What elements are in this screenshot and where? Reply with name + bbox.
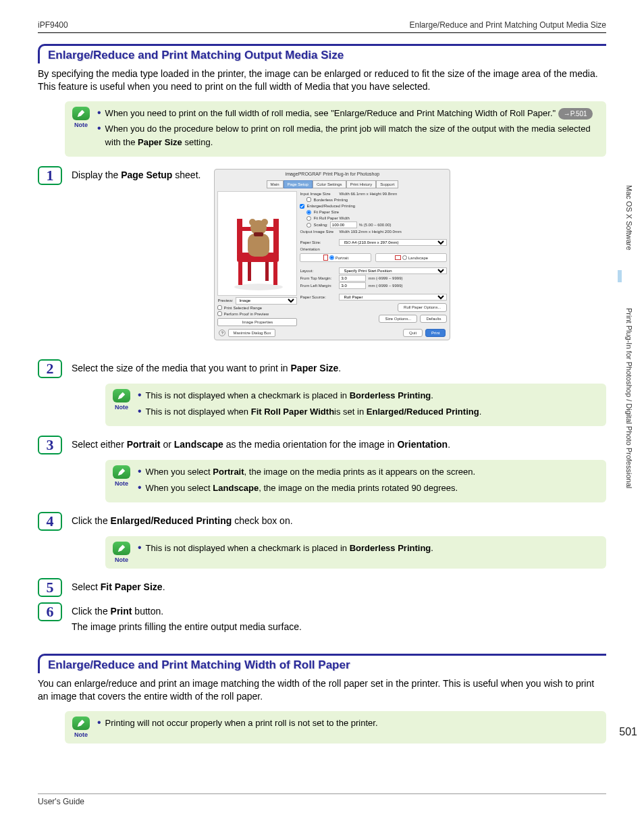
- step-3-text: Select either Portrait or Landscape as t…: [72, 438, 606, 451]
- step-2-text: Select the size of the media that you wa…: [72, 362, 606, 375]
- perform-proof-label: Perform Proof in Preview: [223, 311, 269, 317]
- note5-bullet-1: Printing will not occur properly when a …: [105, 716, 599, 730]
- page-reference-link[interactable]: →P.501: [558, 108, 593, 120]
- fit-roll-width-radio[interactable]: [306, 216, 311, 221]
- step-number-2: 2: [38, 359, 62, 378]
- paper-source-select[interactable]: Roll Paper: [339, 294, 447, 301]
- paper-size-label: Paper Size:: [300, 240, 337, 245]
- note-block-1: Note • When you need to print on the ful…: [65, 101, 606, 157]
- print-selected-range-checkbox[interactable]: [217, 305, 222, 310]
- landscape-icon: [395, 255, 401, 260]
- perform-proof-checkbox[interactable]: [217, 311, 222, 316]
- note-label: Note: [72, 122, 90, 128]
- note2-bullet-2: This is not displayed when Fit Roll Pape…: [146, 405, 599, 419]
- header-model: iPF9400: [38, 20, 68, 30]
- portrait-icon: [323, 255, 328, 261]
- note-block-3: Note •When you select Portrait, the imag…: [105, 460, 606, 502]
- scaling-radio[interactable]: [306, 223, 311, 228]
- step-6-text: Click the Print button.: [72, 605, 606, 618]
- orientation-label: Orientation: [300, 246, 337, 252]
- print-selected-range-label: Print Selected Range: [223, 305, 262, 311]
- note-block-2: Note •This is not displayed when a check…: [105, 384, 606, 426]
- note3-bullet-1: When you select Portrait, the image on t…: [146, 465, 599, 479]
- maximize-dialog-button[interactable]: Maximize Dialog Box: [228, 329, 275, 337]
- paper-source-label: Paper Source:: [300, 294, 337, 300]
- page-setup-dialog: imagePROGRAF Print Plug-In for Photoshop…: [214, 169, 450, 340]
- portrait-button[interactable]: Portrait: [300, 253, 371, 262]
- note-block-4: Note •This is not displayed when a check…: [105, 536, 606, 569]
- top-margin-input[interactable]: [339, 275, 366, 282]
- defaults-button[interactable]: Defaults: [420, 315, 447, 323]
- section-2-title-bar: Enlarge/Reduce and Print Matching Width …: [38, 654, 606, 673]
- note4-bullet-1: This is not displayed when a checkmark i…: [146, 542, 599, 555]
- top-margin-label: From Top Margin:: [300, 276, 337, 281]
- paper-size-select[interactable]: ISO A4 (210.0mm x 297.0mm): [339, 239, 447, 246]
- top-margin-range: mm (-9999 – 9999): [368, 276, 402, 281]
- help-icon[interactable]: ?: [219, 330, 225, 336]
- step-1-text: Display the Page Setup sheet.: [72, 169, 200, 182]
- note-label: Note: [112, 480, 131, 487]
- output-image-size-value: Width 193.2mm x Height 200.0mm: [339, 229, 401, 234]
- note-block-5: Note •Printing will not occur properly w…: [65, 711, 606, 744]
- fit-paper-size-label: Fit Paper Size: [313, 209, 339, 215]
- step-4-text: Click the Enlarged/Reduced Printing chec…: [72, 515, 606, 527]
- tab-support[interactable]: Support: [376, 180, 398, 188]
- left-margin-range: mm (-9999 – 9999): [368, 283, 402, 288]
- output-image-size-label: Output Image Size: [300, 229, 337, 234]
- quit-button[interactable]: Quit: [403, 329, 423, 337]
- pencil-icon: [72, 107, 90, 120]
- input-image-size-value: Width 66.1mm x Height 99.8mm: [339, 191, 397, 197]
- roll-paper-options-button[interactable]: Roll Paper Options...: [398, 303, 447, 311]
- section-2-title: Enlarge/Reduce and Print Matching Width …: [48, 658, 606, 672]
- left-margin-label: From Left Margin:: [300, 283, 337, 288]
- tab-color-settings[interactable]: Color Settings: [313, 180, 346, 188]
- step-number-5: 5: [38, 578, 62, 597]
- size-options-button[interactable]: Size Options...: [379, 315, 417, 323]
- footer-rule: [38, 793, 606, 794]
- note2-bullet-1: This is not displayed when a checkmark i…: [146, 389, 599, 402]
- step-number-4: 4: [38, 512, 62, 531]
- tab-main[interactable]: Main: [267, 180, 284, 188]
- section-1-intro: By specifying the media type loaded in t…: [38, 68, 606, 93]
- step-6-result: The image prints filling the entire outp…: [72, 621, 606, 633]
- tab-print-history[interactable]: Print History: [346, 180, 377, 188]
- note1-bullet-1: When you need to print on the full width…: [105, 107, 599, 120]
- step-number-6: 6: [38, 602, 62, 621]
- note-label: Note: [112, 556, 131, 563]
- pencil-icon: [72, 716, 90, 730]
- pencil-icon: [113, 389, 130, 402]
- section-1-title: Enlarge/Reduce and Print Matching Output…: [48, 49, 606, 62]
- section-1-title-bar: Enlarge/Reduce and Print Matching Output…: [38, 44, 606, 63]
- portrait-radio[interactable]: [329, 255, 334, 260]
- preview-image: [217, 191, 297, 296]
- tab-page-setup[interactable]: Page Setup: [284, 180, 313, 188]
- scaling-range: % (5.00 – 600.00): [359, 222, 392, 228]
- layout-select[interactable]: Specify Print Start Position: [339, 267, 447, 274]
- preview-select[interactable]: Image: [236, 297, 297, 305]
- note1-bullet-2: When you do the procedure below to print…: [105, 122, 599, 149]
- step-number-3: 3: [38, 436, 62, 454]
- landscape-radio[interactable]: [402, 255, 407, 260]
- note3-bullet-2: When you select Landscape, the image on …: [146, 481, 599, 495]
- landscape-button[interactable]: Landscape: [375, 253, 447, 262]
- preview-label: Preview:: [217, 298, 233, 303]
- pencil-icon: [113, 465, 130, 479]
- fit-paper-size-radio[interactable]: [306, 210, 311, 215]
- borderless-label: Borderless Printing: [313, 197, 348, 203]
- step-5-text: Select Fit Paper Size.: [72, 581, 606, 594]
- footer-text: User's Guide: [38, 797, 606, 806]
- scaling-label: Scaling:: [313, 222, 327, 228]
- scaling-input[interactable]: [330, 221, 357, 228]
- enlarged-reduced-checkbox[interactable]: [300, 204, 304, 209]
- borderless-checkbox[interactable]: [306, 197, 311, 202]
- enlarged-reduced-label: Enlarged/Reduced Printing: [306, 203, 355, 209]
- dialog-title: imagePROGRAF Print Plug-In for Photoshop: [215, 170, 450, 178]
- fit-roll-width-label: Fit Roll Paper Width: [313, 215, 349, 221]
- left-margin-input[interactable]: [339, 282, 366, 289]
- print-button[interactable]: Print: [425, 329, 446, 337]
- note-label: Note: [72, 731, 90, 738]
- header-section: Enlarge/Reduce and Print Matching Output…: [410, 20, 607, 30]
- image-properties-button[interactable]: Image Properties: [217, 318, 297, 326]
- note-label: Note: [112, 404, 131, 411]
- layout-label: Layout:: [300, 268, 337, 273]
